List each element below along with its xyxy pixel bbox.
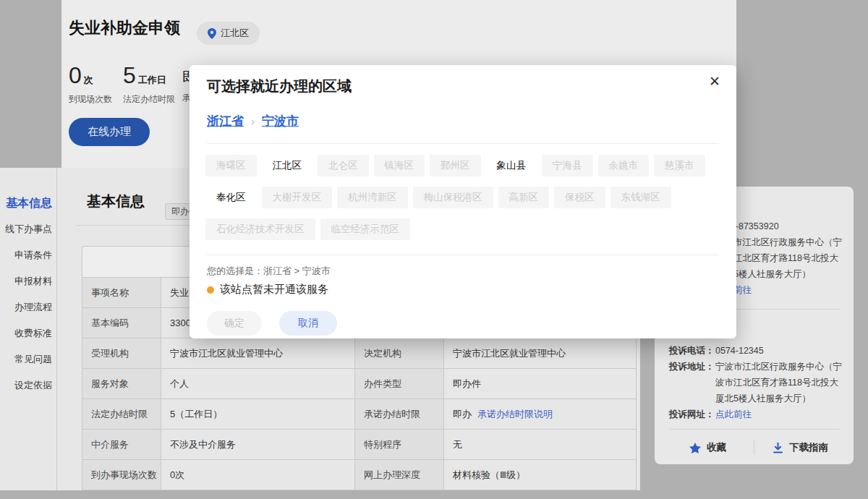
region-rows: 海曙区江北区北仑区镇海区鄞州区象山县宁海县余姚市慈溪市奉化区大榭开发区杭州湾新区… <box>205 155 722 250</box>
promise-limit-detail-link[interactable]: 承诺办结时限说明 <box>477 409 553 419</box>
table-label-cell: 特别程序 <box>355 430 444 460</box>
download-icon <box>773 443 783 453</box>
close-icon[interactable]: ✕ <box>709 74 720 88</box>
favorite-label: 收藏 <box>707 441 726 454</box>
sidebar-item-link[interactable]: 办理流程 <box>14 299 52 315</box>
region-button[interactable]: 江北区 <box>262 155 313 176</box>
region-button: 余姚市 <box>598 155 650 176</box>
complaint-rows: 投诉电话：0574-12345投诉地址：宁波市江北区行政服务中心（宁波市江北区育… <box>669 343 845 422</box>
sidebar-item-link[interactable]: 申报材料 <box>14 273 52 289</box>
stat-visits-label: 到现场次数 <box>69 93 112 106</box>
info-card-row-value: 点此前往 <box>715 406 845 422</box>
star-icon <box>689 443 701 453</box>
favorite-button[interactable]: 收藏 <box>662 441 754 454</box>
download-guide-button[interactable]: 下载指南 <box>754 441 846 454</box>
table-label-cell: 办件类型 <box>355 369 444 399</box>
table-value-cell: 不涉及中介服务 <box>161 430 355 460</box>
region-button: 大榭开发区 <box>262 187 333 208</box>
modal-divider-1 <box>207 143 719 144</box>
modal-title: 可选择就近办理的区域 <box>207 77 352 96</box>
region-row: 石化经济技术开发区临空经济示范区 <box>205 218 722 240</box>
region-row: 海曙区江北区北仑区镇海区鄞州区象山县宁海县余姚市慈溪市 <box>205 155 722 176</box>
info-card-row-label: 投诉网址： <box>669 406 715 422</box>
warning-dot-icon <box>207 286 214 294</box>
stat-legal-limit-label: 法定办结时限 <box>123 93 175 106</box>
region-button: 宁海县 <box>542 155 593 176</box>
sidebar-item-link[interactable]: 设定依据 <box>14 378 52 393</box>
sidebar-nav: 基本信息线下办事点申请条件申报材料办理流程收费标准常见问题设定依据 <box>0 195 52 393</box>
table-label-cell: 受理机构 <box>82 338 161 369</box>
stat-legal-limit-unit: 工作日 <box>138 74 166 87</box>
stat-visits: 0 次 到现场次数 <box>69 62 112 106</box>
region-button: 海曙区 <box>205 155 257 176</box>
info-card-row-value: 0574-12345 <box>715 343 845 359</box>
info-card-row-label: 投诉电话： <box>669 343 715 359</box>
table-row: 法定办结时限5（工作日）承诺办结时限即办承诺办结时限说明 <box>82 399 637 430</box>
region-button: 梅山保税港区 <box>413 187 493 208</box>
table-value-cell: 0次 <box>161 460 355 490</box>
modal-divider-2 <box>207 255 719 255</box>
region-button[interactable]: 奉化区 <box>205 187 257 208</box>
region-select-modal: 可选择就近办理的区域 ✕ 浙江省›宁波市 海曙区江北区北仑区镇海区鄞州区象山县宁… <box>190 65 736 338</box>
online-apply-button[interactable]: 在线办理 <box>69 118 150 146</box>
table-value-cell: 5（工作日） <box>161 399 355 430</box>
complaint-site-link[interactable]: 点此前往 <box>715 409 752 419</box>
sidebar-item-link[interactable]: 常见问题 <box>14 351 52 367</box>
breadcrumb-separator-icon: › <box>251 115 255 127</box>
table-row: 到办事现场次数0次网上办理深度材料核验（Ⅲ级） <box>82 460 637 490</box>
table-row: 受理机构宁波市江北区就业管理中心决定机构宁波市江北区就业管理中心 <box>82 338 637 369</box>
region-button: 慈溪市 <box>654 155 705 176</box>
region-button: 保税区 <box>554 187 605 208</box>
section-title: 基本信息 <box>87 192 145 211</box>
sidebar-item-link[interactable]: 线下办事点 <box>5 221 52 236</box>
breadcrumb-link[interactable]: 宁波市 <box>262 113 299 129</box>
table-value-cell: 宁波市江北区就业管理中心 <box>444 338 637 369</box>
sidebar-item-link[interactable]: 收费标准 <box>14 325 52 341</box>
location-pill-label: 江北区 <box>221 27 249 40</box>
page: 失业补助金申领 江北区 0 次 到现场次数 5 工作日 法定办结时限 即办 <box>0 0 868 499</box>
table-label-cell: 中介服务 <box>82 430 161 460</box>
table-label-cell: 服务对象 <box>82 369 161 399</box>
table-value-cell: 即办承诺办结时限说明 <box>444 399 637 430</box>
confirm-button: 确定 <box>207 311 262 336</box>
region-button: 临空经济示范区 <box>320 218 411 240</box>
table-label-cell: 决定机构 <box>355 338 444 369</box>
download-guide-label: 下载指南 <box>789 441 828 454</box>
table-label-cell: 法定办结时限 <box>82 399 161 430</box>
stat-visits-value: 0 <box>69 62 82 89</box>
region-button[interactable]: 象山县 <box>486 155 537 176</box>
cancel-button[interactable]: 取消 <box>279 311 337 336</box>
stat-visits-unit: 次 <box>84 74 93 87</box>
warning-line: 该站点暂未开通该服务 <box>207 283 328 297</box>
sidebar-item-active[interactable]: 基本信息 <box>6 195 52 210</box>
table-row: 服务对象个人办件类型即办件 <box>82 369 637 399</box>
info-card-divider-2 <box>669 429 841 430</box>
sidebar-item-link[interactable]: 申请条件 <box>14 247 52 263</box>
info-card-row: 投诉地址：宁波市江北区行政服务中心（宁波市江北区育才路118号北投大厦北5楼人社… <box>669 359 845 406</box>
table-label-cell: 到办事现场次数 <box>82 460 161 490</box>
table-label-cell: 承诺办结时限 <box>355 399 444 430</box>
table-value-cell: 个人 <box>161 369 355 399</box>
info-card-row-value: 宁波市江北区行政服务中心（宁波市江北区育才路118号北投大厦北5楼人社服务大厅） <box>715 359 845 406</box>
modal-breadcrumb: 浙江省›宁波市 <box>207 113 299 129</box>
page-title: 失业补助金申领 <box>69 17 180 39</box>
region-button: 鄞州区 <box>430 155 481 176</box>
table-label-cell: 基本编码 <box>82 308 161 338</box>
info-card-row: 投诉电话：0574-12345 <box>669 343 845 359</box>
info-card-footer: 收藏 下载指南 <box>662 436 846 459</box>
info-card-row-label: 投诉地址： <box>669 359 715 406</box>
stat-legal-limit-value: 5 <box>123 62 136 89</box>
table-value-cell: 材料核验（Ⅲ级） <box>444 460 637 490</box>
location-pin-icon <box>208 28 216 39</box>
region-button: 东钱湖区 <box>610 187 671 208</box>
table-value-cell: 即办件 <box>444 369 637 399</box>
selection-summary: 您的选择是：浙江省 > 宁波市 <box>207 265 331 278</box>
warning-text: 该站点暂未开通该服务 <box>220 283 328 297</box>
location-selector-pill[interactable]: 江北区 <box>197 22 260 45</box>
table-value-cell: 无 <box>444 430 637 460</box>
table-row: 中介服务不涉及中介服务特别程序无 <box>82 430 637 460</box>
breadcrumb-link[interactable]: 浙江省 <box>207 113 244 129</box>
stat-legal-limit: 5 工作日 法定办结时限 <box>123 62 175 106</box>
region-button: 石化经济技术开发区 <box>205 218 315 240</box>
region-button: 高新区 <box>498 187 550 208</box>
